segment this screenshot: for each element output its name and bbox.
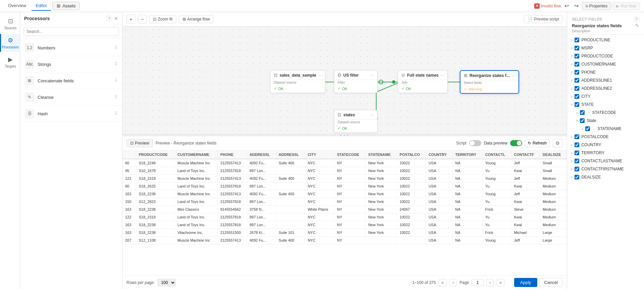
col-header-addressl1[interactable]: ADDRESSL bbox=[247, 151, 276, 159]
script-toggle[interactable] bbox=[469, 140, 481, 146]
field-checkbox-country[interactable] bbox=[575, 142, 579, 147]
states-node-menu[interactable]: ··· bbox=[370, 113, 374, 117]
processors-collapse-btn[interactable]: ✕ bbox=[114, 16, 118, 21]
col-header-contactl[interactable]: CONTACTL bbox=[482, 151, 511, 159]
field-drag-icon[interactable]: ≡ bbox=[571, 175, 573, 179]
redo-btn[interactable]: ↪ bbox=[572, 1, 581, 10]
sidebar-item-processors[interactable]: ⚙ Processors bbox=[0, 34, 20, 52]
col-header-statename[interactable]: STATENAME bbox=[365, 151, 397, 159]
properties-btn[interactable]: ≡ Properties bbox=[582, 2, 611, 10]
data-preview-toggle[interactable] bbox=[510, 140, 522, 146]
field-checkbox-statename_group[interactable] bbox=[580, 118, 585, 123]
field-drag-icon[interactable]: ≡ bbox=[571, 78, 573, 82]
filter-node-menu[interactable]: ··· bbox=[370, 73, 374, 78]
field-drag-icon[interactable]: ≡ bbox=[571, 62, 573, 66]
processor-item-concatenate[interactable]: ⊞ Concatenate fields ⠿ bbox=[20, 73, 122, 89]
apply-btn[interactable]: Apply bbox=[514, 278, 537, 287]
refresh-btn[interactable]: ↻ Refresh bbox=[525, 139, 550, 147]
field-checkbox-contactlastname[interactable] bbox=[575, 159, 579, 163]
undo-btn[interactable]: ↩ bbox=[562, 1, 571, 10]
cancel-btn[interactable]: Cancel bbox=[539, 278, 563, 287]
zoom-fit-btn[interactable]: ⊡ Zoom fit bbox=[149, 15, 176, 23]
run-flow-btn[interactable]: ▶ Run flow bbox=[612, 2, 640, 10]
field-drag-icon[interactable]: ≡ bbox=[571, 94, 573, 98]
data-table-wrap[interactable]: PRODUCTCODE CUSTOMERNAME PHONE ADDRESSL … bbox=[122, 151, 567, 276]
join-node-menu[interactable]: ··· bbox=[441, 73, 444, 78]
page-prev-btn[interactable]: ‹ bbox=[449, 279, 457, 286]
page-last-btn[interactable]: » bbox=[496, 279, 505, 286]
field-checkbox-postalcode[interactable] bbox=[575, 134, 579, 139]
field-drag-icon[interactable]: ≡ bbox=[571, 46, 573, 50]
field-drag-icon[interactable]: ≡ bbox=[571, 167, 573, 171]
help-icon[interactable]: ? bbox=[633, 16, 639, 22]
node-full-state-names[interactable]: ⊙ Full state names ··· Join ✓ OK bbox=[398, 70, 448, 93]
processor-item-cleanse[interactable]: ✎ Cleanse ⠿ bbox=[20, 89, 122, 106]
field-checkbox-addressline2[interactable] bbox=[575, 86, 579, 91]
field-drag-icon[interactable]: ≡ bbox=[576, 111, 578, 115]
canvas[interactable]: ⊡ sales_data_sample ··· Dataset source ✓… bbox=[122, 27, 567, 134]
tab-editor[interactable]: Editor bbox=[32, 1, 51, 11]
preview-tab[interactable]: ⊡ Preview bbox=[127, 139, 153, 147]
field-checkbox-customername[interactable] bbox=[575, 62, 579, 67]
sales-node-menu[interactable]: ··· bbox=[318, 73, 321, 78]
col-header-dealsize[interactable]: DEALSIZE bbox=[540, 151, 567, 159]
field-drag-icon[interactable]: ≡ bbox=[571, 159, 573, 163]
field-checkbox-productcode[interactable] bbox=[575, 54, 579, 58]
field-checkbox-addressline1[interactable] bbox=[575, 78, 579, 83]
field-drag-icon[interactable]: ≡ bbox=[571, 151, 573, 155]
field-drag-icon[interactable]: ≡ bbox=[581, 127, 583, 131]
node-sales-data-sample[interactable]: ⊡ sales_data_sample ··· Dataset source ✓… bbox=[270, 70, 325, 93]
table-settings-btn[interactable]: ⚙ bbox=[552, 139, 563, 148]
rows-per-page-select[interactable]: 100 50 25 bbox=[157, 279, 176, 286]
field-checkbox-statename[interactable] bbox=[585, 126, 590, 131]
field-checkbox-state_group[interactable] bbox=[575, 102, 579, 107]
field-drag-icon[interactable]: ≡ bbox=[576, 119, 578, 123]
field-checkbox-territory[interactable] bbox=[575, 151, 579, 155]
field-checkbox-contactfirstname[interactable] bbox=[575, 167, 579, 171]
field-checkbox-phone[interactable] bbox=[575, 70, 579, 75]
field-drag-icon[interactable]: ≡ bbox=[571, 135, 573, 139]
processors-search-input[interactable] bbox=[23, 27, 119, 36]
reorganize-node-menu[interactable]: ··· bbox=[512, 73, 515, 78]
tab-overview[interactable]: Overview bbox=[4, 1, 30, 11]
zoom-out-btn[interactable]: − bbox=[138, 15, 147, 24]
tab-assets[interactable]: ⊞ Assets bbox=[52, 2, 80, 10]
col-header-productcode[interactable]: PRODUCTCODE bbox=[136, 151, 175, 159]
field-checkbox-dealsize[interactable] bbox=[575, 175, 579, 179]
sidebar-item-sources[interactable]: ⊡ Sources bbox=[0, 15, 20, 33]
field-checkbox-productline[interactable] bbox=[575, 38, 579, 42]
field-drag-icon[interactable]: ≡ bbox=[571, 54, 573, 58]
field-drag-icon[interactable]: ≡ bbox=[571, 86, 573, 90]
processors-help-icon[interactable]: ? bbox=[106, 15, 112, 22]
field-drag-icon[interactable]: ≡ bbox=[571, 70, 573, 74]
col-header-addressl2[interactable]: ADDRESSL bbox=[276, 151, 305, 159]
field-checkbox-city[interactable] bbox=[575, 94, 579, 99]
processor-item-numbers[interactable]: 1,2 Numbers ⠿ bbox=[20, 40, 122, 56]
field-checkbox-statecode[interactable] bbox=[580, 110, 585, 115]
node-states[interactable]: ⊡ states ··· Dataset source ✓ OK bbox=[334, 110, 378, 133]
field-drag-icon[interactable]: ≡ bbox=[571, 143, 573, 147]
node-us-filter[interactable]: ⏣ US filter ··· Filter ✓ OK bbox=[334, 70, 378, 93]
preview-script-btn[interactable]: 📄 Preview script bbox=[524, 15, 563, 23]
processor-item-strings[interactable]: Abc Strings ⠿ bbox=[20, 56, 122, 73]
field-drag-icon[interactable]: ≡ bbox=[571, 102, 573, 107]
col-header-city[interactable]: CITY bbox=[305, 151, 334, 159]
arrange-flow-btn[interactable]: ⊞ Arrange flow bbox=[179, 15, 213, 23]
page-first-btn[interactable]: « bbox=[439, 279, 447, 286]
field-checkbox-msrp[interactable] bbox=[575, 46, 579, 50]
field-drag-icon[interactable]: ≡ bbox=[571, 38, 573, 42]
col-header-customername[interactable]: CUSTOMERNAME bbox=[175, 151, 217, 159]
col-header-phone[interactable]: PHONE bbox=[217, 151, 247, 159]
col-header-contactf[interactable]: CONTACTF bbox=[511, 151, 540, 159]
col-header-statecode[interactable]: STATECODE bbox=[334, 151, 365, 159]
node-reorganize-states[interactable]: ⊞ Reorganize states f... ··· Select fiel… bbox=[460, 70, 519, 94]
edit-icon[interactable]: ✎ bbox=[635, 23, 639, 28]
col-header-postalco[interactable]: POSTALCO bbox=[397, 151, 426, 159]
processor-item-hash[interactable]: ☰ Hash ⠿ bbox=[20, 106, 122, 122]
zoom-in-btn[interactable]: + bbox=[127, 15, 135, 24]
page-input[interactable] bbox=[472, 279, 484, 286]
col-header-territory[interactable]: TERRITORY bbox=[452, 151, 482, 159]
col-header-country[interactable]: COUNTRY bbox=[426, 151, 452, 159]
sidebar-item-targets[interactable]: ▶ Targets bbox=[0, 53, 20, 71]
page-next-btn[interactable]: › bbox=[486, 279, 494, 286]
